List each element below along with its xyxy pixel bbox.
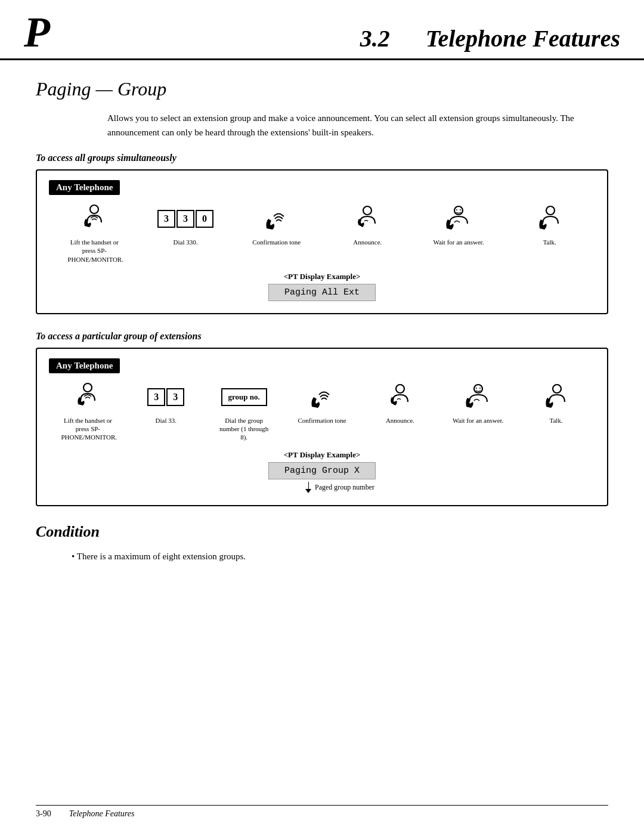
step3-label: Confirmation tone [252,238,301,246]
confirmation-tone-icon-1 [262,203,292,234]
step2-4-label: Confirmation tone [298,416,346,425]
section-title: Paging — Group [36,78,608,100]
step-dial-33: 3 3 Dial 33. [127,382,205,425]
step-conf-tone-1: Confirmation tone [231,203,322,246]
step2-6-label: Wait for an answer. [453,416,503,425]
page-footer: 3-90 Telephone Features [36,805,608,819]
paged-group-note: Paged group number [305,482,374,493]
dial-btn-3a: 3 [157,210,175,228]
subsection2-heading: To access a particular group of extensio… [36,331,608,342]
step-announce-1: Announce. [322,203,413,246]
page-header: P 3.2 Telephone Features [0,0,644,60]
step2-2-label: Dial 33. [156,416,177,425]
confirmation-tone-icon-2 [307,382,337,413]
dial-btn-3b: 3 [177,210,194,228]
step2-7-label: Talk. [550,416,563,425]
svg-point-9 [476,388,477,389]
pt-display-area-1: <PT Display Example> Paging All Ext [49,272,595,301]
condition-item-1: There is a maximum of eight extension gr… [72,549,608,563]
box-header-2: Any Telephone [49,358,120,373]
dial-btn-33a: 3 [147,388,165,406]
step-talk-2: Talk. [517,382,595,425]
header-letter: P [24,11,50,54]
footer-title: Telephone Features [69,809,135,819]
announce-icon-1 [352,203,382,234]
header-title: 3.2 Telephone Features [360,24,620,52]
pt-display-area-2: <PT Display Example> Paging Group X Page… [49,450,595,493]
svg-point-10 [479,388,481,389]
svg-point-11 [553,385,561,393]
steps-row-2: Lift the handset or press SP-PHONE/MONIT… [49,382,595,442]
dial-btn-33b: 3 [166,388,184,406]
svg-point-6 [83,383,92,392]
step4-label: Announce. [353,238,382,246]
svg-point-0 [90,205,98,213]
step1-label: Lift the handset or press SP-PHONE/MONIT… [67,238,121,264]
footer-page-num: 3-90 [36,809,51,819]
svg-point-3 [456,209,457,210]
page-content: Paging — Group Allows you to select an e… [0,60,644,599]
step-lift-handset-2: Lift the handset or press SP-PHONE/MONIT… [49,382,127,442]
box-header-1: Any Telephone [49,180,120,195]
talk-icon-2 [541,382,571,413]
group-no-btn: group no. [221,388,267,406]
pt-display-label-2: <PT Display Example> [284,450,361,460]
step6-label: Talk. [543,238,556,246]
step2-label: Dial 330. [174,238,198,246]
step-wait-answer-1: Wait for an answer. [413,203,504,246]
wait-answer-icon-2 [462,382,495,413]
step2-5-label: Announce. [386,416,414,425]
lift-handset-icon [79,203,110,234]
step2-1-label: Lift the handset or press SP-PHONE/MONIT… [61,416,114,442]
step-group-no: group no. Dial the group number (1 throu… [205,382,283,442]
paged-group-note-text: Paged group number [315,483,374,492]
step-dial-330: 3 3 0 Dial 330. [140,203,231,246]
condition-title: Condition [36,523,608,541]
svg-point-7 [396,385,404,393]
step-announce-2: Announce. [361,382,439,425]
wait-answer-icon-1 [442,203,475,234]
lift-handset-icon-2 [72,382,103,413]
feature-box-2: Any Telephone Lift the handset or press … [36,348,608,506]
talk-icon-1 [535,203,565,234]
step2-3-label: Dial the group number (1 through 8). [217,416,271,442]
pt-display-label-1: <PT Display Example> [284,272,361,281]
announce-icon-2 [385,382,415,413]
svg-point-5 [546,206,555,215]
step5-label: Wait for an answer. [433,238,484,246]
steps-row-1: Lift the handset or press SP-PHONE/MONIT… [49,203,595,264]
description: Allows you to select an extension group … [107,111,584,140]
step-lift-handset: Lift the handset or press SP-PHONE/MONIT… [49,203,140,264]
svg-point-4 [460,209,461,210]
dial-btn-0: 0 [196,210,213,228]
pt-display-value-2: Paging Group X [268,462,376,479]
feature-box-1: Any Telephone Li [36,169,608,314]
svg-point-1 [363,206,371,215]
subsection1-heading: To access all groups simultaneously [36,153,608,163]
step-wait-answer-2: Wait for an answer. [439,382,517,425]
step-talk-1: Talk. [504,203,595,246]
step-conf-tone-2: Confirmation tone [283,382,361,425]
pt-display-value-1: Paging All Ext [268,284,376,301]
